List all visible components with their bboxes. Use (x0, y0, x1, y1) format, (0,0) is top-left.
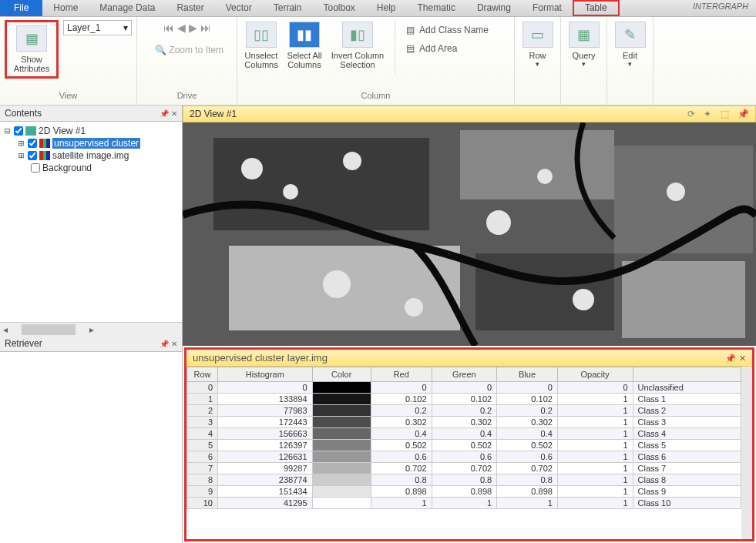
pin-icon[interactable]: 📌 (160, 109, 169, 118)
cell-class[interactable]: Class 5 (633, 440, 741, 451)
cell-blue[interactable]: 0.4 (497, 428, 558, 440)
cell-opacity[interactable]: 0 (557, 382, 633, 394)
close-icon[interactable]: ✕ (171, 340, 177, 348)
cell-class[interactable]: Class 1 (633, 394, 741, 405)
column-header[interactable]: Red (371, 367, 432, 382)
cell-red[interactable]: 0.898 (371, 486, 432, 498)
menu-help[interactable]: Help (366, 0, 407, 16)
cell-class[interactable]: Class 2 (633, 405, 741, 417)
close-icon[interactable]: ✕ (171, 109, 177, 118)
menu-terrain[interactable]: Terrain (263, 0, 313, 16)
tool-icon[interactable]: ⬚ (721, 109, 729, 119)
cell-opacity[interactable]: 1 (557, 440, 633, 451)
cell-opacity[interactable]: 1 (557, 463, 633, 474)
pin-icon[interactable]: 📌 (160, 340, 169, 348)
unselect-columns-button[interactable]: ▯▯ Unselect Columns (242, 20, 281, 71)
cell-blue[interactable]: 0.302 (497, 417, 558, 428)
menu-raster[interactable]: Raster (166, 0, 214, 16)
first-icon[interactable]: ⏮ (163, 22, 174, 34)
cell-red[interactable]: 0.4 (371, 428, 432, 440)
invert-column-selection-button[interactable]: ▮▯ Invert Column Selection (328, 20, 387, 71)
layer-checkbox[interactable] (31, 163, 40, 173)
cell-opacity[interactable]: 1 (557, 428, 633, 440)
cell-class[interactable]: Class 10 (633, 498, 741, 509)
column-header[interactable]: Color (312, 367, 371, 382)
table-row[interactable]: 11338940.1020.1020.1021Class 1 (187, 394, 741, 405)
column-header[interactable]: Blue (497, 367, 558, 382)
cell-color[interactable] (312, 486, 371, 498)
table-row[interactable]: 7992870.7020.7020.7021Class 7 (187, 463, 741, 474)
tool-icon[interactable]: ⟳ (687, 109, 695, 119)
cell-blue[interactable]: 0.702 (497, 463, 558, 474)
layer-checkbox[interactable] (28, 151, 37, 160)
menu-home[interactable]: Home (42, 0, 89, 16)
table-row[interactable]: 000000Unclassified (187, 382, 741, 394)
cell-histogram[interactable]: 126631 (218, 451, 313, 463)
tree-item-unsupervised[interactable]: unsupervised cluster (52, 138, 140, 149)
expand-icon[interactable]: ⊞ (17, 150, 25, 161)
cell-green[interactable]: 0.502 (432, 440, 497, 451)
table-row[interactable]: 41566630.40.40.41Class 4 (187, 428, 741, 440)
cell-class[interactable]: Class 7 (633, 463, 741, 474)
menu-format[interactable]: Format (522, 0, 573, 16)
vscrollbar[interactable] (741, 367, 752, 539)
cell-red[interactable]: 0.302 (371, 417, 432, 428)
cell-class[interactable]: Class 4 (633, 428, 741, 440)
cell-opacity[interactable]: 1 (557, 486, 633, 498)
cell-green[interactable]: 0.102 (432, 394, 497, 405)
map-canvas[interactable] (183, 122, 756, 346)
cell-color[interactable] (312, 463, 371, 474)
cell-histogram[interactable]: 41295 (218, 498, 313, 509)
query-button[interactable]: ▦ Query ▾ (566, 20, 602, 69)
menu-manage-data[interactable]: Manage Data (89, 0, 166, 16)
tool-icon[interactable]: ✦ (704, 109, 711, 119)
cell-color[interactable] (312, 382, 371, 394)
column-header[interactable]: Histogram (218, 367, 313, 382)
cell-color[interactable] (312, 405, 371, 417)
pin-icon[interactable]: 📌 (725, 354, 736, 363)
table-row[interactable]: 61266310.60.60.61Class 6 (187, 451, 741, 463)
select-all-columns-button[interactable]: ▮▮ Select All Columns (285, 20, 324, 71)
cell-histogram[interactable]: 238774 (218, 474, 313, 486)
cell-histogram[interactable]: 133894 (218, 394, 313, 405)
cell-green[interactable]: 0.6 (432, 451, 497, 463)
expand-icon[interactable]: ⊞ (17, 138, 25, 149)
cell-red[interactable]: 0.2 (371, 405, 432, 417)
cell-opacity[interactable]: 1 (557, 498, 633, 509)
next-icon[interactable]: ▶ (189, 22, 197, 34)
cell-red[interactable]: 0.502 (371, 440, 432, 451)
column-header[interactable] (633, 367, 741, 382)
cell-color[interactable] (312, 428, 371, 440)
cell-blue[interactable]: 0.898 (497, 486, 558, 498)
cell-histogram[interactable]: 0 (218, 382, 313, 394)
cell-blue[interactable]: 0.102 (497, 394, 558, 405)
cell-color[interactable] (312, 498, 371, 509)
cell-red[interactable]: 1 (371, 498, 432, 509)
cell-color[interactable] (312, 440, 371, 451)
cell-green[interactable]: 0.4 (432, 428, 497, 440)
close-icon[interactable]: ✕ (739, 354, 746, 363)
cell-color[interactable] (312, 417, 371, 428)
table-row[interactable]: 91514340.8980.8980.8981Class 9 (187, 486, 741, 498)
cell-opacity[interactable]: 1 (557, 474, 633, 486)
cell-blue[interactable]: 0.502 (497, 440, 558, 451)
cell-histogram[interactable]: 151434 (218, 486, 313, 498)
cell-color[interactable] (312, 474, 371, 486)
cell-blue[interactable]: 1 (497, 498, 558, 509)
cell-class[interactable]: Class 9 (633, 486, 741, 498)
cell-blue[interactable]: 0.2 (497, 405, 558, 417)
menu-file[interactable]: File (0, 0, 42, 16)
menu-toolbox[interactable]: Toolbox (312, 0, 365, 16)
cell-green[interactable]: 0.898 (432, 486, 497, 498)
cell-class[interactable]: Class 8 (633, 474, 741, 486)
tree-item-background[interactable]: Background (42, 163, 92, 173)
layer-select[interactable]: Layer_1 ▾ (63, 20, 132, 35)
column-header[interactable]: Green (432, 367, 497, 382)
cell-class[interactable]: Class 3 (633, 417, 741, 428)
table-row[interactable]: 2779830.20.20.21Class 2 (187, 405, 741, 417)
menu-thematic[interactable]: Thematic (407, 0, 466, 16)
menu-vector[interactable]: Vector (215, 0, 263, 16)
show-attributes-button[interactable]: ▦ Show Attributes (8, 24, 55, 75)
cell-color[interactable] (312, 394, 371, 405)
zoom-to-item-button[interactable]: 🔍 Zoom to Item (150, 39, 223, 55)
